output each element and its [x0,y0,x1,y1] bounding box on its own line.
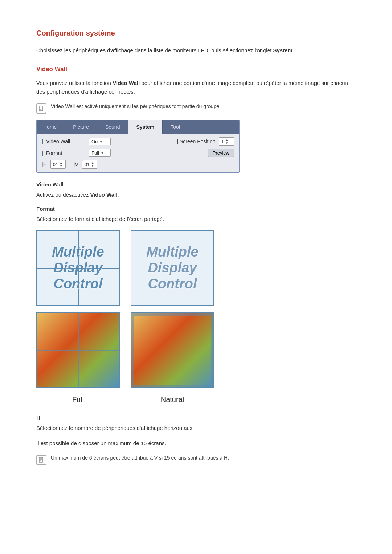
arrow-down-icon: ▼ [225,141,228,145]
ui-panel: Home Picture Sound System Tool Video Wal… [36,120,240,173]
panel-row-videowall: Video Wall On ▼ | Screen Position 1 ▲ ▼ [42,137,234,146]
v-label: |V [74,161,78,167]
note-text: Video Wall est activé uniquement si les … [51,103,221,110]
mdc-full-graphic: MultipleDisplayControl [36,230,120,306]
panel-label-format: Format [42,150,85,156]
vw-desc-bold: Video Wall [90,192,117,198]
panel-label-videowall: Video Wall [42,139,85,144]
h-desc-2: Il est possible de disposer un maximum d… [36,439,356,448]
section-title-videowall: Video Wall [36,66,356,73]
videowall-description: Vous pouvez utiliser la fonction Video W… [36,79,356,96]
intro-end: . [293,47,294,53]
panel-tabs: Home Picture Sound System Tool [37,120,239,134]
tab-tool[interactable]: Tool [163,120,188,134]
arrow-up-icon-h: ▲ [60,161,62,164]
h-note-text: Un maximum de 6 écrans peut être attribu… [51,454,229,462]
intro-bold: System [273,47,292,53]
flower-full-image [36,312,120,388]
format-value: Full [91,150,99,156]
arrow-up-icon: ▲ [225,138,228,141]
natural-column: MultipleDisplayControl Natural [131,230,214,404]
h-value[interactable]: 01 ▲ ▼ [50,160,66,169]
note-icon [36,103,46,114]
v-value[interactable]: 01 ▲ ▼ [82,160,97,169]
v-arrows: ▲ ▼ [91,161,94,168]
full-column: MultipleDisplayControl Full [36,230,120,404]
desc-bold: Video Wall [113,80,140,86]
flower-natural-image [131,312,214,388]
label-bar-2 [42,151,43,156]
sub-label-format: Format [36,206,356,212]
h-label: |H [42,161,47,167]
chevron-down-icon-2: ▼ [101,151,104,155]
note-box: Video Wall est activé uniquement si les … [36,103,356,114]
preview-button[interactable]: Preview [208,149,234,157]
intro-paragraph: Choisissez les périphériques d'affichage… [36,46,356,55]
arrow-down-icon-v: ▼ [91,164,94,168]
sub-desc-format: Sélectionnez le format d'affichage de l'… [36,215,356,223]
tab-home[interactable]: Home [37,120,65,134]
h-number: 01 [53,162,58,167]
chevron-down-icon: ▼ [99,140,103,144]
mdc-natural-text: MultipleDisplayControl [146,244,199,292]
number-arrows: ▲ ▼ [225,138,228,145]
panel-right-2: Preview [208,149,234,157]
videowall-label: Video Wall [46,139,70,144]
h-desc-1: Sélectionnez le nombre de périphériques … [36,424,356,432]
tab-system[interactable]: System [128,120,163,134]
format-select[interactable]: Full ▼ [89,149,111,157]
h-arrows: ▲ ▼ [60,161,62,168]
videowall-select[interactable]: On ▼ [89,138,111,145]
panel-right-1: | Screen Position 1 ▲ ▼ [177,137,234,146]
panel-body: Video Wall On ▼ | Screen Position 1 ▲ ▼ [37,134,239,172]
panel-row-hv: |H 01 ▲ ▼ |V 01 ▲ ▼ [42,160,234,169]
arrow-down-icon-h: ▼ [60,164,62,168]
screen-position-label: | Screen Position [177,139,215,144]
desc-start: Vous pouvez utiliser la fonction [36,80,113,86]
sub-label-videowall: Video Wall [36,181,356,188]
panel-row-format: Format Full ▼ Preview [42,149,234,157]
caption-natural: Natural [161,395,184,404]
vw-desc-start: Activez ou désactivez [36,192,90,198]
screen-position-value[interactable]: 1 ▲ ▼ [219,137,234,146]
format-label: Format [46,150,62,156]
intro-text: Choisissez les périphériques d'affichage… [36,47,273,53]
arrow-up-icon-v: ▲ [91,161,94,164]
mdc-full-text: MultipleDisplayControl [52,244,104,292]
format-image-grid: MultipleDisplayControl Full MultipleDisp… [36,230,356,404]
sp-number: 1 [221,139,224,144]
v-number: 01 [85,162,90,167]
tab-sound[interactable]: Sound [97,120,128,134]
pencil-icon-2 [38,457,45,463]
page-title: Configuration système [36,29,356,37]
h-note-icon [36,455,46,465]
caption-full: Full [72,395,84,404]
h-note-box: Un maximum de 6 écrans peut être attribu… [36,454,356,465]
sub-desc-videowall: Activez ou désactivez Video Wall. [36,190,356,199]
pencil-icon [38,105,45,112]
videowall-value: On [91,139,98,144]
vw-desc-end: . [117,192,119,198]
label-bar [42,139,43,144]
h-section-label: H [36,415,356,421]
mdc-natural-graphic: MultipleDisplayControl [131,230,214,306]
tab-picture[interactable]: Picture [65,120,97,134]
